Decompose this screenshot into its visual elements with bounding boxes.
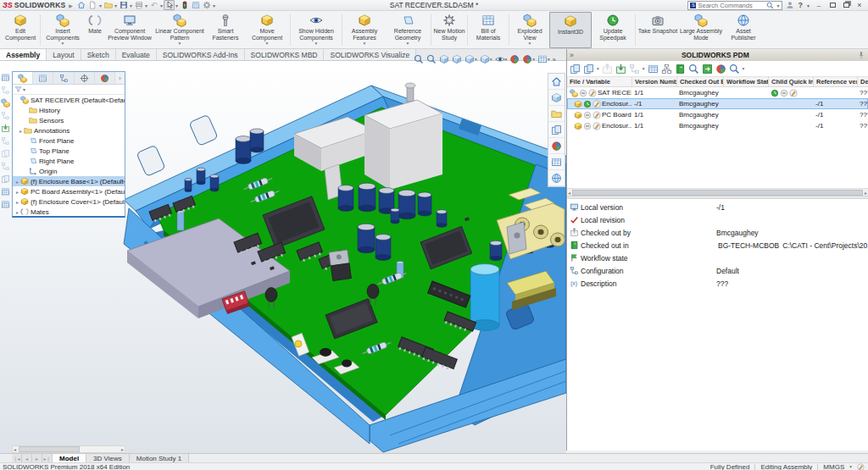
new-document-button[interactable]: [87, 0, 98, 10]
save-button[interactable]: [118, 0, 129, 10]
show-hidden-components-button[interactable]: Show Hidden Components▾: [292, 12, 341, 48]
asset-publisher-button[interactable]: Asset Publisher: [723, 12, 764, 48]
settings-gear-button[interactable]: [201, 0, 212, 10]
zoom-to-area-icon[interactable]: [426, 53, 437, 66]
left-toolbar-icon[interactable]: [1, 200, 10, 209]
left-toolbar-icon[interactable]: [1, 174, 10, 184]
pdm-file-row[interactable]: PC Board... 1/1 Bmcgaughey -/1 ???: [567, 109, 868, 120]
search-icon[interactable]: [729, 64, 740, 75]
dropdown-icon[interactable]: ▾: [266, 41, 269, 47]
view-orientation-icon[interactable]: ▾: [464, 53, 478, 66]
menu-expand-arrow[interactable]: ▶: [69, 3, 73, 8]
user-account-icon[interactable]: [786, 1, 794, 9]
tab-displaymanager[interactable]: [95, 72, 115, 84]
left-toolbar-icon[interactable]: [1, 86, 10, 95]
status-tag-icon[interactable]: [857, 463, 865, 470]
take-snapshot-button[interactable]: Take Snapshot: [637, 12, 679, 48]
tab-layout[interactable]: Layout: [47, 49, 81, 60]
bom-view-icon[interactable]: [661, 64, 672, 75]
pdm-horizontal-scrollbar[interactable]: ◂▸: [567, 188, 868, 196]
tab-motion-study-1[interactable]: Motion Study 1: [130, 454, 189, 462]
check-out-icon[interactable]: [602, 64, 613, 75]
left-toolbar-icon[interactable]: [1, 162, 10, 171]
undo-button[interactable]: ↶: [148, 0, 159, 10]
expand-toolbar-icon[interactable]: »: [552, 53, 557, 66]
select-tool-button[interactable]: [164, 0, 175, 10]
first-tab-icon[interactable]: ❘◂: [12, 454, 22, 462]
tree-item-right-plane[interactable]: Right Plane: [13, 156, 125, 166]
tab-solidworks-mbd[interactable]: SOLIDWORKS MBD: [245, 49, 325, 60]
tab-solidworks-visualize[interactable]: SOLIDWORKS Visualize: [324, 49, 416, 60]
search-icon[interactable]: [766, 2, 774, 9]
insert-components-button[interactable]: Insert Components▾: [42, 12, 84, 48]
get-version-icon[interactable]: [629, 64, 640, 75]
move-component-button[interactable]: Move Component▾: [245, 12, 289, 48]
copy-icon[interactable]: [570, 64, 581, 75]
tab-propertymanager[interactable]: [33, 72, 53, 84]
display-style-icon[interactable]: ▾: [479, 53, 493, 66]
previous-view-icon[interactable]: [438, 53, 450, 66]
edit-component-button[interactable]: Edit Component: [2, 12, 39, 48]
left-toolbar-icon[interactable]: [1, 136, 10, 146]
left-toolbar-icon[interactable]: [1, 149, 10, 158]
dropdown-icon[interactable]: ▾: [529, 41, 531, 47]
units-dropdown-icon[interactable]: ▾: [849, 464, 852, 469]
search-commands-input[interactable]: [698, 2, 765, 9]
assembly-features-button[interactable]: Assembly Features▾: [343, 12, 386, 48]
rebuild-button[interactable]: [179, 0, 190, 10]
file-explorer-icon[interactable]: [548, 106, 565, 122]
zoom-to-fit-icon[interactable]: [413, 53, 425, 66]
custom-properties-icon[interactable]: [548, 154, 565, 170]
view-settings-icon[interactable]: ▾: [537, 53, 551, 66]
pdm-file-row[interactable]: SAT RECEIVER 1/1 Bmcgaughey ???: [567, 87, 868, 98]
bill-of-materials-button[interactable]: Bill of Materials: [469, 12, 508, 48]
tab-3d-views[interactable]: 3D Views: [86, 454, 130, 462]
tree-item-sensors[interactable]: Sensors: [13, 115, 125, 125]
left-toolbar-icon[interactable]: [1, 124, 10, 133]
reference-geometry-button[interactable]: Reference Geometry▾: [386, 12, 430, 48]
scroll-right-icon[interactable]: ▸: [120, 446, 125, 452]
scroll-left-icon[interactable]: ◂: [13, 446, 17, 452]
tab-featuremanager[interactable]: [13, 72, 33, 84]
last-tab-icon[interactable]: ▸❘: [42, 454, 53, 462]
help-dropdown-icon[interactable]: ▾: [807, 3, 810, 8]
tab-dimxpertmanager[interactable]: [75, 72, 95, 84]
section-view-icon[interactable]: [451, 53, 463, 66]
help-button[interactable]: ?: [798, 1, 803, 9]
pin-icon[interactable]: [857, 51, 865, 59]
left-toolbar-icon[interactable]: [1, 111, 10, 120]
design-library-icon[interactable]: [548, 90, 565, 106]
home-tab-icon[interactable]: [548, 74, 565, 90]
open-button[interactable]: [103, 0, 114, 10]
tab-assembly[interactable]: Assembly: [0, 49, 47, 60]
instant3d-button[interactable]: Instant3D: [549, 12, 592, 48]
scrollbar-thumb[interactable]: [572, 190, 863, 196]
exploded-view-button[interactable]: Exploded View▾: [510, 12, 549, 48]
scroll-right-icon[interactable]: ▸: [864, 190, 868, 196]
left-toolbar-icon[interactable]: [1, 73, 10, 82]
view-palette-icon[interactable]: [548, 122, 565, 138]
component-preview-window-button[interactable]: Component Preview Window: [106, 12, 153, 48]
home-button[interactable]: [76, 0, 87, 10]
apply-scene-icon[interactable]: ▾: [521, 53, 536, 66]
print-button[interactable]: [133, 0, 144, 10]
tree-item-origin[interactable]: Origin: [13, 166, 125, 176]
prev-tab-icon[interactable]: ◂: [22, 454, 32, 462]
appearances-icon[interactable]: [548, 138, 565, 154]
status-units[interactable]: MMGS: [823, 463, 844, 470]
smart-fasteners-button[interactable]: Smart Fasteners: [206, 12, 245, 48]
tree-item-front-plane[interactable]: Front Plane: [13, 135, 125, 146]
next-tab-icon[interactable]: ▸: [32, 454, 42, 462]
preview-icon[interactable]: [688, 64, 699, 75]
check-in-icon[interactable]: [615, 64, 626, 75]
search-commands-box[interactable]: S ▾: [687, 1, 782, 10]
tree-item-root[interactable]: SAT RECEIVER (Default<Default_All>): [13, 95, 125, 105]
large-assembly-mode-button[interactable]: Large Assembly Mode: [679, 12, 723, 48]
actions-icon[interactable]: [702, 64, 713, 75]
restore-button[interactable]: [841, 1, 851, 10]
tab-sketch[interactable]: Sketch: [81, 49, 116, 60]
tree-horizontal-scrollbar[interactable]: ◂▸: [12, 445, 125, 453]
large-blue-capacitor[interactable]: [470, 264, 499, 331]
dropdown-icon[interactable]: ▾: [315, 41, 318, 47]
minimize-button[interactable]: –: [814, 1, 824, 10]
